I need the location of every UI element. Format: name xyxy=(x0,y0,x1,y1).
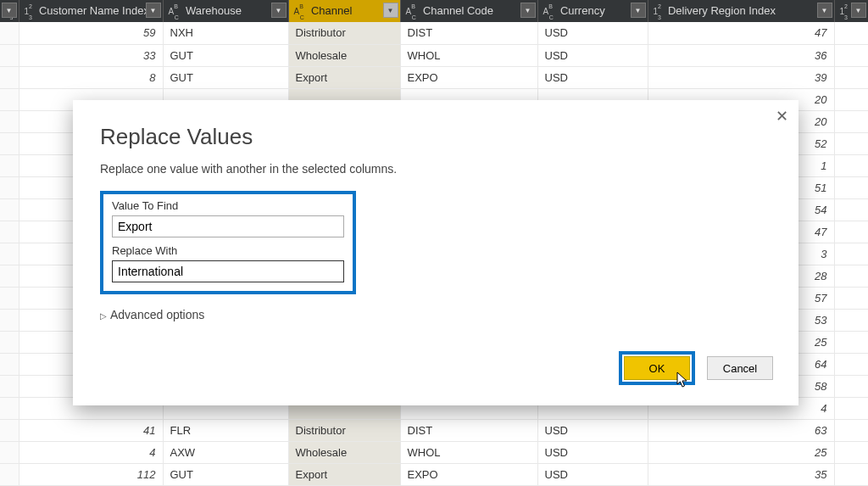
cell-wh[interactable]: AXW xyxy=(163,441,288,463)
cell-rownum[interactable] xyxy=(0,441,19,463)
cell-chan[interactable]: Wholesale xyxy=(288,441,400,463)
column-header-chan[interactable]: ABCChannel▼ xyxy=(288,0,400,22)
cell-rownum[interactable] xyxy=(0,419,19,441)
cell-rownum[interactable] xyxy=(0,176,19,198)
cell-curr[interactable]: USD xyxy=(537,66,648,88)
cell-rownum[interactable] xyxy=(0,44,19,66)
cell-tail[interactable] xyxy=(834,176,868,198)
cell-rownum[interactable] xyxy=(0,375,19,397)
cell-rownum[interactable] xyxy=(0,221,19,243)
cell-wh[interactable]: GUT xyxy=(163,463,288,485)
cell-chan[interactable]: Wholesale xyxy=(288,44,400,66)
cell-rownum[interactable] xyxy=(0,397,19,419)
cell-tail[interactable] xyxy=(834,198,868,221)
cell-curr[interactable]: USD xyxy=(537,22,648,44)
cell-wh[interactable]: NXH xyxy=(163,22,288,44)
cell-tail[interactable] xyxy=(834,88,868,110)
cell-curr[interactable]: USD xyxy=(537,463,648,485)
cell-cust[interactable]: 33 xyxy=(19,44,163,66)
cell-region[interactable]: 35 xyxy=(648,463,834,485)
cell-tail[interactable] xyxy=(834,22,868,44)
cell-code[interactable]: DIST xyxy=(400,22,537,44)
cell-rownum[interactable] xyxy=(0,353,19,375)
cell-region[interactable]: 39 xyxy=(648,66,834,88)
close-icon[interactable]: ✕ xyxy=(776,107,788,126)
cell-chan[interactable]: Distributor xyxy=(288,22,400,44)
cell-code[interactable]: WHOL xyxy=(400,44,537,66)
column-header-region[interactable]: 123Delivery Region Index▼ xyxy=(648,0,834,22)
cell-code[interactable]: WHOL xyxy=(400,441,537,463)
column-header-curr[interactable]: ABCCurrency▼ xyxy=(537,0,648,22)
cell-rownum[interactable] xyxy=(0,110,19,132)
cell-rownum[interactable] xyxy=(0,198,19,221)
cell-tail[interactable] xyxy=(834,287,868,309)
cell-tail[interactable] xyxy=(834,154,868,176)
cell-tail[interactable] xyxy=(834,265,868,287)
value-to-find-input[interactable] xyxy=(112,215,344,237)
cell-wh[interactable]: GUT xyxy=(163,44,288,66)
cell-curr[interactable]: USD xyxy=(537,441,648,463)
cell-tail[interactable] xyxy=(834,132,868,154)
cell-rownum[interactable] xyxy=(0,132,19,154)
cell-rownum[interactable] xyxy=(0,154,19,176)
cell-region[interactable]: 25 xyxy=(648,441,834,463)
cancel-button[interactable]: Cancel xyxy=(707,356,773,380)
cell-curr[interactable]: USD xyxy=(537,419,648,441)
cell-rownum[interactable] xyxy=(0,463,19,485)
cell-cust[interactable]: 8 xyxy=(19,66,163,88)
column-filter-icon[interactable]: ▼ xyxy=(383,3,398,18)
cell-code[interactable]: EXPO xyxy=(400,66,537,88)
column-header-cust[interactable]: 123Customer Name Index▼ xyxy=(19,0,163,22)
cell-tail[interactable] xyxy=(834,221,868,243)
cell-code[interactable]: DIST xyxy=(400,419,537,441)
cell-cust[interactable]: 41 xyxy=(19,419,163,441)
cell-chan[interactable]: Export xyxy=(288,463,400,485)
cell-rownum[interactable] xyxy=(0,66,19,88)
column-filter-icon[interactable]: ▼ xyxy=(817,3,832,18)
replace-with-input[interactable] xyxy=(112,260,344,282)
advanced-options-toggle[interactable]: ▷Advanced options xyxy=(100,308,771,321)
column-header-wh[interactable]: ABCWarehouse▼ xyxy=(163,0,288,22)
column-filter-icon[interactable]: ▼ xyxy=(520,3,536,18)
cell-tail[interactable] xyxy=(834,331,868,353)
column-filter-icon[interactable]: ▼ xyxy=(2,3,17,18)
cell-rownum[interactable] xyxy=(0,331,19,353)
column-filter-icon[interactable]: ▼ xyxy=(851,3,866,18)
cell-rownum[interactable] xyxy=(0,309,19,331)
cell-tail[interactable] xyxy=(834,243,868,265)
cell-cust[interactable]: 4 xyxy=(19,441,163,463)
cell-tail[interactable] xyxy=(834,397,868,419)
cell-tail[interactable] xyxy=(834,375,868,397)
cell-rownum[interactable] xyxy=(0,265,19,287)
column-header-rownum[interactable]: 123▼ xyxy=(0,0,19,22)
cell-rownum[interactable] xyxy=(0,22,19,44)
cell-rownum[interactable] xyxy=(0,243,19,265)
column-header-code[interactable]: ABCChannel Code▼ xyxy=(400,0,537,22)
column-filter-icon[interactable]: ▼ xyxy=(146,3,161,18)
cell-region[interactable]: 47 xyxy=(648,22,834,44)
cell-cust[interactable]: 112 xyxy=(19,463,163,485)
cell-cust[interactable]: 59 xyxy=(19,22,163,44)
cell-rownum[interactable] xyxy=(0,287,19,309)
cell-tail[interactable] xyxy=(834,66,868,88)
cell-region[interactable]: 63 xyxy=(648,419,834,441)
cell-chan[interactable]: Export xyxy=(288,66,400,88)
cell-tail[interactable] xyxy=(834,441,868,463)
cell-tail[interactable] xyxy=(834,463,868,485)
ok-button[interactable]: OK xyxy=(624,356,690,380)
cell-wh[interactable]: FLR xyxy=(163,419,288,441)
cell-code[interactable]: EXPO xyxy=(400,463,537,485)
cell-tail[interactable] xyxy=(834,309,868,331)
cell-chan[interactable]: Distributor xyxy=(288,419,400,441)
cell-tail[interactable] xyxy=(834,44,868,66)
column-filter-icon[interactable]: ▼ xyxy=(271,3,287,18)
cell-rownum[interactable] xyxy=(0,88,19,110)
cell-wh[interactable]: GUT xyxy=(163,66,288,88)
cell-tail[interactable] xyxy=(834,419,868,441)
cell-tail[interactable] xyxy=(834,110,868,132)
column-header-tail[interactable]: 123▼ xyxy=(834,0,868,22)
cell-region[interactable]: 36 xyxy=(648,44,834,66)
cell-curr[interactable]: USD xyxy=(537,44,648,66)
column-filter-icon[interactable]: ▼ xyxy=(631,3,646,18)
cell-tail[interactable] xyxy=(834,353,868,375)
